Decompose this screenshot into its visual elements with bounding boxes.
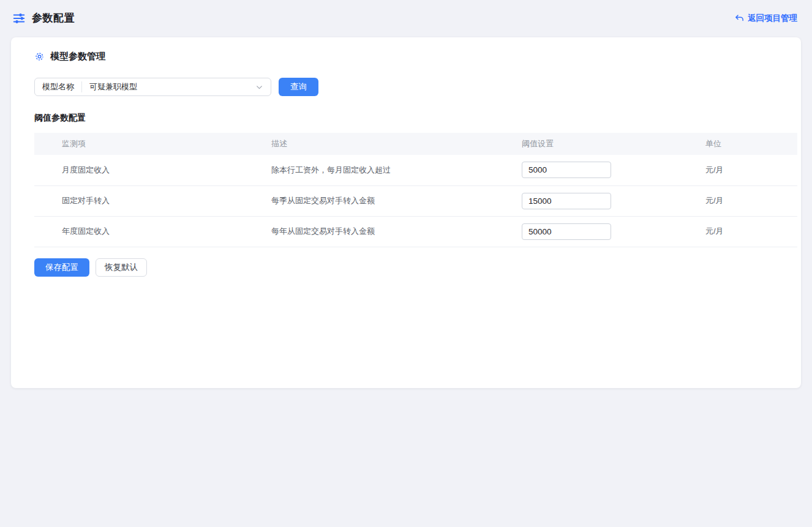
sliders-icon — [12, 12, 26, 25]
table-header-row: 监测项 描述 阈值设置 单位 — [34, 133, 797, 155]
card-title-row: 模型参数管理 — [34, 51, 786, 62]
cell-unit: 元/月 — [705, 155, 797, 185]
cell-unit: 元/月 — [705, 216, 797, 247]
table-row: 月度固定收入 除本行工资外，每月固定收入超过 元/月 — [34, 155, 797, 185]
model-name-label: 模型名称 — [35, 81, 81, 92]
threshold-input[interactable] — [522, 193, 611, 209]
cell-unit: 元/月 — [705, 185, 797, 216]
threshold-section-title: 阈值参数配置 — [34, 113, 786, 124]
save-config-button[interactable]: 保存配置 — [34, 258, 89, 277]
cell-desc: 每季从固定交易对手转入金额 — [271, 185, 522, 216]
back-link-label: 返回项目管理 — [748, 13, 797, 24]
threshold-input[interactable] — [522, 223, 611, 240]
chevron-down-icon — [255, 83, 263, 91]
cell-desc: 每年从固定交易对手转入金额 — [271, 216, 522, 247]
restore-default-button[interactable]: 恢复默认 — [96, 258, 147, 277]
threshold-input[interactable] — [522, 162, 611, 178]
threshold-table: 监测项 描述 阈值设置 单位 月度固定收入 除本行工资外，每月固定收入超过 元/… — [34, 133, 797, 247]
gear-icon — [34, 51, 45, 62]
cell-threshold — [522, 185, 705, 216]
page-title: 参数配置 — [32, 11, 75, 25]
model-name-value: 可疑兼职模型 — [82, 81, 255, 92]
back-to-projects-link[interactable]: 返回项目管理 — [735, 13, 797, 24]
table-row: 年度固定收入 每年从固定交易对手转入金额 元/月 — [34, 216, 797, 247]
model-name-select[interactable]: 模型名称 可疑兼职模型 — [34, 78, 271, 96]
cell-item: 年度固定收入 — [34, 216, 271, 247]
col-header-unit: 单位 — [705, 133, 797, 155]
page-title-group: 参数配置 — [12, 11, 75, 25]
model-parameter-card: 模型参数管理 模型名称 可疑兼职模型 查询 阈值参数配置 监测项 描述 阈值设置… — [11, 37, 801, 388]
col-header-desc: 描述 — [271, 133, 522, 155]
cell-threshold — [522, 155, 705, 185]
cell-item: 月度固定收入 — [34, 155, 271, 185]
card-title: 模型参数管理 — [50, 51, 105, 62]
table-row: 固定对手转入 每季从固定交易对手转入金额 元/月 — [34, 185, 797, 216]
col-header-item: 监测项 — [34, 133, 271, 155]
model-query-form: 模型名称 可疑兼职模型 查询 — [34, 78, 786, 96]
query-button[interactable]: 查询 — [279, 78, 318, 96]
action-buttons: 保存配置 恢复默认 — [34, 258, 786, 277]
cell-item: 固定对手转入 — [34, 185, 271, 216]
top-bar: 参数配置 返回项目管理 — [0, 0, 812, 34]
cell-desc: 除本行工资外，每月固定收入超过 — [271, 155, 522, 185]
cell-threshold — [522, 216, 705, 247]
col-header-threshold: 阈值设置 — [522, 133, 705, 155]
undo-arrow-icon — [735, 13, 744, 23]
